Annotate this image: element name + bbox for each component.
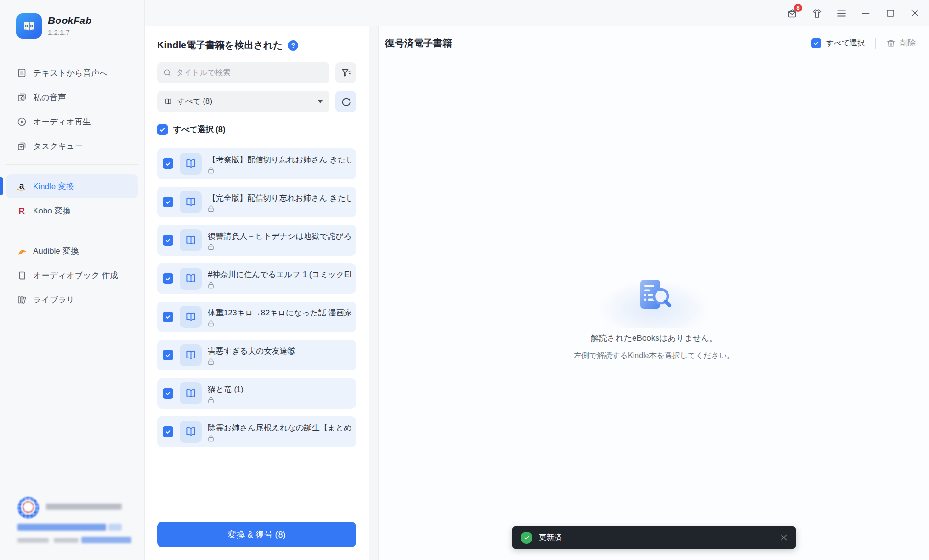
book-list-item[interactable]: 【完全版】配信切り忘れお姉さん きたしま… xyxy=(157,187,356,217)
sidebar-item-label: タスクキュー xyxy=(33,141,83,152)
app-version: 1.2.1.7 xyxy=(48,28,91,36)
chevron-down-icon xyxy=(318,100,323,106)
search-icon xyxy=(163,68,172,78)
check-icon xyxy=(165,160,171,167)
open-book-logo-icon xyxy=(22,20,37,33)
book-title: 除霊お姉さん尾根えれなの誕生【まとめ】き… xyxy=(208,423,351,433)
filter-button[interactable] xyxy=(335,62,356,83)
book-list-item[interactable]: 害悪すぎる夫の女友達⑮ xyxy=(157,340,356,370)
decrypted-books-panel: 復号済電子書籍 すべて選択 削除 xyxy=(379,26,929,560)
book-checkbox[interactable] xyxy=(163,388,173,399)
open-book-icon xyxy=(164,97,173,106)
search-box[interactable] xyxy=(157,62,329,83)
sidebar-item-kindle-convert[interactable]: a Kindle 変換 xyxy=(6,174,138,198)
check-icon xyxy=(165,428,171,435)
lock-icon xyxy=(208,320,214,327)
select-all-checkbox[interactable] xyxy=(157,124,168,135)
book-list-item[interactable]: 体重123キロ→82キロになった話 漫画家な… xyxy=(157,302,356,332)
sidebar-item-label: オーディオ再生 xyxy=(33,116,91,127)
sidebar-item-library[interactable]: ライブラリ xyxy=(6,288,138,312)
book-list-item[interactable]: #神奈川に住んでるエルフ 1 (コミックELMO) xyxy=(157,263,356,294)
notification-badge: 8 xyxy=(794,4,802,12)
help-icon[interactable]: ? xyxy=(288,40,298,51)
amazon-kindle-icon: a xyxy=(16,181,27,191)
toast-close-button[interactable] xyxy=(780,534,788,541)
redacted-text xyxy=(54,538,79,543)
book-checkbox[interactable] xyxy=(163,235,173,246)
book-checkbox[interactable] xyxy=(163,312,173,322)
book-cover-icon xyxy=(180,268,202,290)
book-checkbox[interactable] xyxy=(163,273,173,284)
select-all-label: すべて選択 (8) xyxy=(173,124,225,135)
book-list-item[interactable]: 猫と竜 (1) xyxy=(157,378,356,409)
book-checkbox[interactable] xyxy=(163,350,173,360)
sidebar-nav: テキストから音声へ 私の音声 xyxy=(0,61,144,312)
menu-button[interactable] xyxy=(836,8,847,19)
inbox-mail-button[interactable]: 8 xyxy=(787,8,798,19)
sidebar-item-text-to-speech[interactable]: テキストから音声へ xyxy=(6,61,138,85)
library-shelf-icon xyxy=(16,294,27,305)
panel-scrollbar[interactable] xyxy=(369,26,379,560)
maximize-button[interactable] xyxy=(884,8,896,19)
minimize-button[interactable] xyxy=(860,8,872,19)
sidebar-divider xyxy=(6,164,138,165)
book-cover-icon xyxy=(180,382,202,404)
sidebar-item-label: Kindle 変換 xyxy=(33,181,74,192)
sidebar-item-audible-convert[interactable]: Audible 変換 xyxy=(6,239,138,263)
redacted-text xyxy=(17,538,49,543)
book-icon xyxy=(16,270,27,280)
detected-books-panel: Kindle電子書籍を検出された ? xyxy=(145,26,369,560)
sidebar-item-my-voice[interactable]: 私の音声 xyxy=(6,85,138,109)
book-cover-icon xyxy=(180,191,202,213)
user-account-area[interactable] xyxy=(0,488,145,560)
book-checkbox[interactable] xyxy=(163,426,173,437)
header-divider xyxy=(875,38,876,49)
sidebar-item-task-queue[interactable]: タスクキュー xyxy=(6,134,138,158)
decrypted-select-all-checkbox[interactable] xyxy=(811,38,821,48)
book-cover-icon xyxy=(180,229,202,251)
sidebar-item-kobo-convert[interactable]: R Kobo 変換 xyxy=(6,199,138,223)
book-list-item[interactable]: 復讐請負人～ヒトデナシは地獄で詫びろ１… xyxy=(157,225,356,256)
merch-tshirt-button[interactable] xyxy=(811,8,823,19)
trash-icon[interactable] xyxy=(886,39,895,48)
book-filter-dropdown[interactable]: すべて (8) xyxy=(157,91,329,112)
toast-notification: 更新済 xyxy=(512,526,796,549)
titlebar: 8 xyxy=(145,0,929,26)
decrypted-select-all-label[interactable]: すべて選択 xyxy=(826,38,865,48)
document-icon xyxy=(16,67,27,78)
check-icon xyxy=(813,40,819,46)
redacted-link xyxy=(81,537,131,543)
empty-state-hint: 左側で解読するKindle本を選択してください。 xyxy=(539,351,769,361)
check-icon xyxy=(165,275,171,282)
book-cover-icon xyxy=(180,153,202,175)
sidebar-item-audio-play[interactable]: オーディオ再生 xyxy=(6,110,138,134)
book-title: 害悪すぎる夫の女友達⑮ xyxy=(208,346,351,357)
book-title: 猫と竜 (1) xyxy=(208,384,351,395)
lock-icon xyxy=(208,205,214,212)
dropdown-selected-value: すべて (8) xyxy=(177,97,212,107)
close-button[interactable] xyxy=(909,8,920,19)
check-icon xyxy=(165,352,171,358)
delete-button-label[interactable]: 削除 xyxy=(900,38,916,48)
book-list-item[interactable]: 除霊お姉さん尾根えれなの誕生【まとめ】き… xyxy=(157,416,356,447)
sidebar: BookFab 1.2.1.7 テキストから音声へ xyxy=(0,0,145,560)
voice-icon xyxy=(16,92,27,102)
empty-state: 解読されたeBooksはありません。 左側で解読するKindle本を選択してくだ… xyxy=(539,265,769,361)
decrypted-books-title: 復号済電子書籍 xyxy=(385,37,452,50)
lock-icon xyxy=(208,358,214,365)
lock-icon xyxy=(208,435,214,442)
redacted-username xyxy=(46,504,122,510)
book-list-item[interactable]: 【考察版】配信切り忘れお姉さん きたしま… xyxy=(157,148,356,179)
sidebar-item-audiobook-create[interactable]: オーディオブック 作成 xyxy=(6,263,138,287)
book-cover-icon xyxy=(180,344,202,366)
book-checkbox[interactable] xyxy=(163,197,173,207)
convert-decrypt-button[interactable]: 変換 & 復号 (8) xyxy=(157,522,356,547)
check-icon xyxy=(159,126,166,133)
bookfab-window: BookFab 1.2.1.7 テキストから音声へ xyxy=(0,0,929,560)
refresh-button[interactable] xyxy=(335,91,356,112)
toast-message: 更新済 xyxy=(539,533,562,543)
book-checkbox[interactable] xyxy=(163,158,173,169)
sidebar-item-label: Audible 変換 xyxy=(33,246,79,257)
book-cover-icon xyxy=(180,306,202,328)
search-input[interactable] xyxy=(176,68,324,77)
